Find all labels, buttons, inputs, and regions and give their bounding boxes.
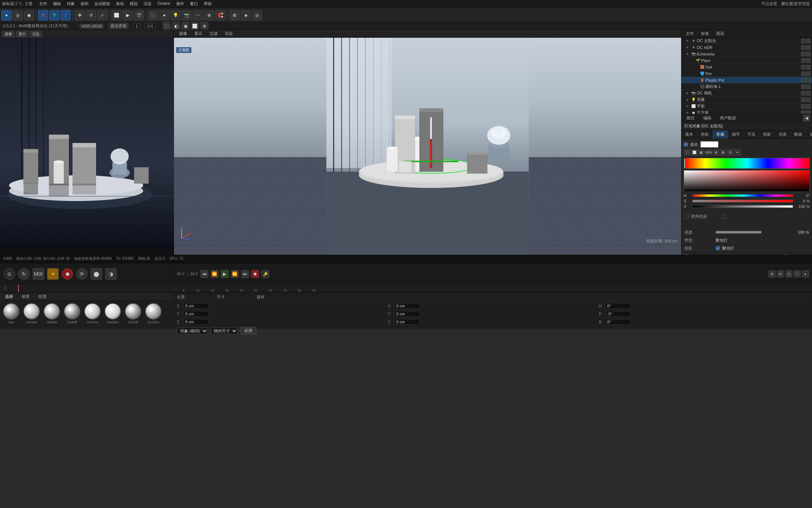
tree-item-Echeveria[interactable]: ▶📷Echeveria: [682, 51, 812, 57]
btn-rec2[interactable]: ⏺: [251, 270, 259, 278]
tree-item-Plant[interactable]: 🌱Plant: [682, 57, 812, 64]
info-btn-5[interactable]: ⊕: [200, 22, 208, 30]
props-tab-坐标[interactable]: 坐标: [697, 130, 713, 139]
coords-size-select[interactable]: 绝对尺寸: [211, 327, 237, 335]
tree-render-9[interactable]: [806, 91, 811, 95]
rt-btn-filter[interactable]: 渲染: [30, 31, 42, 37]
toolbar-btn-2[interactable]: ◎: [13, 10, 23, 20]
toolbar-z-btn[interactable]: Z: [61, 10, 71, 20]
tree-arrow-2[interactable]: ▶: [687, 46, 690, 49]
coord-x-input[interactable]: [183, 303, 209, 309]
tree-vis-9[interactable]: [801, 91, 805, 95]
tree-vis-4[interactable]: [801, 58, 805, 63]
menu-item-插件[interactable]: 插件: [173, 0, 187, 7]
scene-header-file[interactable]: 文件: [684, 30, 696, 37]
btn-next[interactable]: ⏩: [231, 270, 239, 278]
color-swatch[interactable]: [700, 141, 718, 148]
props-tab-光度[interactable]: 光度: [775, 130, 791, 139]
scale-tool[interactable]: ⤢: [97, 10, 107, 20]
cam-btn[interactable]: 📷: [182, 10, 192, 20]
props-tab-细节[interactable]: 细节: [728, 130, 744, 139]
menu-item-对象[interactable]: 对象: [64, 0, 78, 7]
render-btn[interactable]: 🎬: [134, 10, 144, 20]
tree-arrow-10[interactable]: ▶: [687, 98, 690, 101]
mat-texture-btn[interactable]: 纹理: [36, 294, 49, 300]
vp-btn-display[interactable]: 显示: [191, 30, 205, 37]
tree-arrow-1[interactable]: ▶: [687, 39, 690, 42]
btn-wind[interactable]: ⊙: [4, 268, 15, 280]
grid-btn[interactable]: ⊞: [229, 10, 240, 20]
menu-item-帮助[interactable]: 帮助: [201, 0, 215, 7]
tree-render-3[interactable]: [806, 52, 811, 56]
tree-render-6[interactable]: [806, 71, 811, 76]
btn-keyframe[interactable]: 🔑: [261, 270, 269, 278]
tree-vis-8[interactable]: [801, 85, 805, 89]
scene-header-tag[interactable]: 标签: [699, 30, 711, 37]
color-tool-8[interactable]: ✏: [734, 149, 741, 156]
toolbar-x-btn[interactable]: X: [38, 10, 48, 20]
use-temp-checkbox2[interactable]: [722, 214, 726, 218]
tl-btn5[interactable]: ▸: [802, 270, 809, 278]
props-collapse-btn[interactable]: ◀: [803, 115, 810, 122]
btn-prev[interactable]: ⏪: [211, 270, 219, 278]
magnet-btn[interactable]: 🧲: [215, 10, 225, 20]
material-item-7[interactable]: OctGlos: [144, 303, 162, 327]
cube-btn[interactable]: ⬛: [148, 10, 158, 20]
tree-item-Plastic Pot[interactable]: 🏺Plastic Pot: [682, 77, 812, 83]
coord-b-input[interactable]: [605, 319, 631, 325]
tree-render-5[interactable]: [806, 65, 811, 69]
color-tool-1[interactable]: ⬛: [684, 149, 690, 156]
tree-vis-3[interactable]: [801, 52, 805, 56]
use-temp-checkbox[interactable]: [684, 214, 689, 218]
props-tab-常规[interactable]: 常规: [713, 130, 728, 139]
props-tab-基本[interactable]: 基本: [682, 130, 697, 139]
vp-btn-camera[interactable]: 摄像: [176, 30, 190, 37]
tree-item-OC HDR[interactable]: ▶☀OC HDR: [682, 44, 812, 51]
menu-item-窗口[interactable]: 窗口: [187, 0, 201, 7]
info-btn-3[interactable]: ◉: [182, 22, 190, 30]
btn-half[interactable]: ◑: [105, 268, 117, 280]
tree-arrow-12[interactable]: ▶: [687, 111, 690, 114]
sphere-btn[interactable]: ●: [159, 10, 169, 20]
btn-loop[interactable]: ⟳: [76, 268, 88, 280]
tree-vis-1[interactable]: [801, 39, 805, 43]
color-tool-3[interactable]: ◧: [698, 149, 705, 156]
menu-item-Octane[interactable]: Octane: [154, 0, 173, 7]
more-btn1[interactable]: ⋯: [193, 10, 203, 20]
props-userdata-btn[interactable]: 用户数据: [717, 115, 739, 121]
tree-render-7[interactable]: [806, 78, 811, 82]
no-light-cb[interactable]: [684, 254, 689, 255]
color-tool-4[interactable]: HSV: [705, 149, 712, 156]
tl-btn1[interactable]: ⊞: [768, 270, 776, 278]
color-tool-6[interactable]: ⊠: [720, 149, 726, 156]
coord-h-input[interactable]: [605, 303, 631, 309]
info-btn-2[interactable]: ◐: [172, 22, 180, 30]
material-item-5[interactable]: OctGlos: [104, 303, 122, 327]
menu-item-文件[interactable]: 文件: [36, 0, 50, 7]
btn-sun[interactable]: ☀: [47, 268, 59, 280]
menu-item-渲染[interactable]: 渲染: [141, 0, 154, 7]
play-btn[interactable]: ▶: [123, 10, 133, 20]
coord-y-input[interactable]: [183, 311, 209, 317]
tree-item-Pot[interactable]: 🪣Pot: [682, 70, 812, 77]
more-btn2[interactable]: ⊕: [204, 10, 214, 20]
coord-sz-input[interactable]: [394, 319, 420, 325]
tl-btn4[interactable]: ⬛: [794, 270, 801, 278]
intensity-slider[interactable]: [716, 231, 762, 234]
tl-btn3[interactable]: ◳: [785, 270, 792, 278]
mat-select-btn[interactable]: 选择: [2, 294, 16, 300]
shadow-checkbox[interactable]: ✓: [716, 246, 720, 250]
props-tab-数据[interactable]: 数据: [791, 130, 806, 139]
tree-item-立方体[interactable]: ▶◼立方体: [682, 110, 812, 114]
vp-btn-filter[interactable]: 过滤: [207, 30, 220, 37]
coord-sy-input[interactable]: [394, 311, 420, 317]
btn-end[interactable]: ⏭: [241, 270, 249, 278]
color-tool-5[interactable]: ⊞: [713, 149, 719, 156]
btn-more1[interactable]: MIX: [33, 268, 44, 280]
color-hue-picker[interactable]: [684, 158, 810, 169]
coords-apply-btn[interactable]: 应用: [240, 327, 256, 335]
material-item-0[interactable]: Spe: [2, 303, 20, 327]
tree-item-OC 太阳光[interactable]: ▶☀OC 太阳光: [682, 38, 812, 44]
color-tool-7[interactable]: ⊟: [727, 149, 734, 156]
rt-btn-camera[interactable]: 摄像: [2, 31, 14, 37]
